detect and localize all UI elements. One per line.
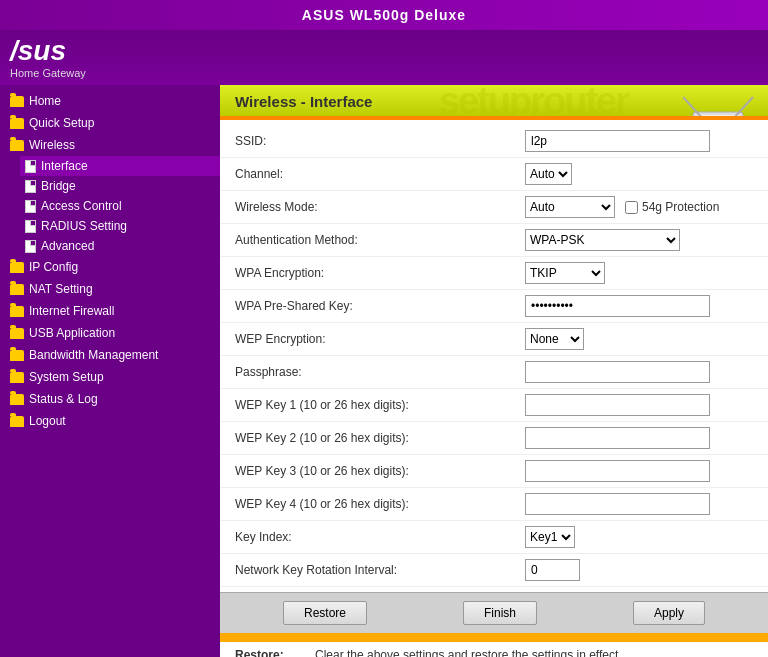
rotation-interval-row: Network Key Rotation Interval: <box>220 554 768 587</box>
sidebar-label-usb-application: USB Application <box>29 326 115 340</box>
sidebar-item-bridge[interactable]: Bridge <box>20 176 220 196</box>
wpa-encryption-label: WPA Encryption: <box>235 266 525 280</box>
wep-key1-row: WEP Key 1 (10 or 26 hex digits): <box>220 389 768 422</box>
sidebar-item-interface[interactable]: Interface <box>20 156 220 176</box>
wep-key2-input[interactable] <box>525 427 710 449</box>
wep-key1-label: WEP Key 1 (10 or 26 hex digits): <box>235 398 525 412</box>
key-index-row: Key Index: Key1Key2Key3Key4 <box>220 521 768 554</box>
page-icon <box>25 180 36 193</box>
sidebar-item-logout[interactable]: Logout <box>0 410 220 432</box>
sidebar-label-logout: Logout <box>29 414 66 428</box>
sidebar-label-nat-setting: NAT Setting <box>29 282 93 296</box>
restore-desc: Clear the above settings and restore the… <box>315 648 753 657</box>
wep-key4-input[interactable] <box>525 493 710 515</box>
wep-key4-label: WEP Key 4 (10 or 26 hex digits): <box>235 497 525 511</box>
rotation-interval-input[interactable] <box>525 559 580 581</box>
passphrase-input[interactable] <box>525 361 710 383</box>
form-area: SSID: Channel: Auto123 4567 891011 <box>220 120 768 592</box>
wireless-mode-select[interactable]: Autob onlyg onlyb+g <box>525 196 615 218</box>
sidebar-item-system-setup[interactable]: System Setup <box>0 366 220 388</box>
sidebar-item-status-log[interactable]: Status & Log <box>0 388 220 410</box>
ssid-row: SSID: <box>220 125 768 158</box>
sidebar-label-home: Home <box>29 94 61 108</box>
sidebar-item-radius-setting[interactable]: RADIUS Setting <box>20 216 220 236</box>
wep-key2-row: WEP Key 2 (10 or 26 hex digits): <box>220 422 768 455</box>
sidebar-item-ip-config[interactable]: IP Config <box>0 256 220 278</box>
wpa-preshared-input[interactable] <box>525 295 710 317</box>
auth-method-select[interactable]: Open SystemShared KeyWPA-PSK WPA2-PSKRad… <box>525 229 680 251</box>
wpa-preshared-control <box>525 295 753 317</box>
restore-button[interactable]: Restore <box>283 601 367 625</box>
sidebar-item-internet-firewall[interactable]: Internet Firewall <box>0 300 220 322</box>
sidebar: Home Quick Setup Wireless Interface Brid… <box>0 85 220 657</box>
wireless-mode-label: Wireless Mode: <box>235 200 525 214</box>
wep-key4-control <box>525 493 753 515</box>
sidebar-item-access-control[interactable]: Access Control <box>20 196 220 216</box>
sidebar-label-system-setup: System Setup <box>29 370 104 384</box>
sidebar-label-quick-setup: Quick Setup <box>29 116 94 130</box>
folder-icon <box>10 416 24 427</box>
watermark: setuprouter <box>439 85 628 116</box>
restore-term: Restore: <box>235 648 315 657</box>
sidebar-item-advanced[interactable]: Advanced <box>20 236 220 256</box>
key-index-select[interactable]: Key1Key2Key3Key4 <box>525 526 575 548</box>
apply-button[interactable]: Apply <box>633 601 705 625</box>
auth-method-label: Authentication Method: <box>235 233 525 247</box>
logo: /sus Home Gateway <box>10 37 86 79</box>
wep-encryption-control: None64-bit128-bit <box>525 328 753 350</box>
passphrase-label: Passphrase: <box>235 365 525 379</box>
folder-icon <box>10 394 24 405</box>
channel-row: Channel: Auto123 4567 891011 <box>220 158 768 191</box>
channel-select[interactable]: Auto123 4567 891011 <box>525 163 572 185</box>
wpa-encryption-select[interactable]: TKIPAESTKIP+AES <box>525 262 605 284</box>
buttons-area: Restore Finish Apply <box>220 592 768 633</box>
logo-area: /sus Home Gateway <box>0 30 768 85</box>
protection-text: 54g Protection <box>642 200 719 214</box>
wep-key3-row: WEP Key 3 (10 or 26 hex digits): <box>220 455 768 488</box>
sidebar-label-bridge: Bridge <box>41 179 76 193</box>
wpa-encryption-row: WPA Encryption: TKIPAESTKIP+AES <box>220 257 768 290</box>
rotation-interval-control <box>525 559 753 581</box>
sidebar-label-internet-firewall: Internet Firewall <box>29 304 114 318</box>
protection-label[interactable]: 54g Protection <box>625 200 719 214</box>
passphrase-row: Passphrase: <box>220 356 768 389</box>
sidebar-label-interface: Interface <box>41 159 88 173</box>
sidebar-item-usb-application[interactable]: USB Application <box>0 322 220 344</box>
sidebar-item-nat-setting[interactable]: NAT Setting <box>0 278 220 300</box>
page-icon <box>25 220 36 233</box>
key-index-label: Key Index: <box>235 530 525 544</box>
sidebar-item-home[interactable]: Home <box>0 90 220 112</box>
info-area: Restore: Clear the above settings and re… <box>220 639 768 657</box>
wep-encryption-select[interactable]: None64-bit128-bit <box>525 328 584 350</box>
sidebar-item-bandwidth-management[interactable]: Bandwidth Management <box>0 344 220 366</box>
top-banner: ASUS WL500g Deluxe <box>0 0 768 30</box>
wep-key1-input[interactable] <box>525 394 710 416</box>
channel-control: Auto123 4567 891011 <box>525 163 753 185</box>
folder-icon <box>10 350 24 361</box>
wpa-preshared-label: WPA Pre-Shared Key: <box>235 299 525 313</box>
page-icon <box>25 160 36 173</box>
sidebar-label-wireless: Wireless <box>29 138 75 152</box>
wpa-encryption-control: TKIPAESTKIP+AES <box>525 262 753 284</box>
wireless-submenu: Interface Bridge Access Control RADIUS S… <box>0 156 220 256</box>
sidebar-item-wireless[interactable]: Wireless <box>0 134 220 156</box>
sidebar-label-radius-setting: RADIUS Setting <box>41 219 127 233</box>
wep-key3-input[interactable] <box>525 460 710 482</box>
product-title: ASUS WL500g Deluxe <box>302 7 466 23</box>
sidebar-item-quick-setup[interactable]: Quick Setup <box>0 112 220 134</box>
folder-icon <box>10 328 24 339</box>
wep-key2-control <box>525 427 753 449</box>
ssid-input[interactable] <box>525 130 710 152</box>
protection-checkbox[interactable] <box>625 201 638 214</box>
wep-encryption-row: WEP Encryption: None64-bit128-bit <box>220 323 768 356</box>
home-gateway-label: Home Gateway <box>10 67 86 79</box>
finish-button[interactable]: Finish <box>463 601 537 625</box>
channel-label: Channel: <box>235 167 525 181</box>
auth-method-row: Authentication Method: Open SystemShared… <box>220 224 768 257</box>
wep-key4-row: WEP Key 4 (10 or 26 hex digits): <box>220 488 768 521</box>
wep-encryption-label: WEP Encryption: <box>235 332 525 346</box>
key-index-control: Key1Key2Key3Key4 <box>525 526 753 548</box>
content-area: Wireless - Interface setuprouter S <box>220 85 768 657</box>
content-title-bar: Wireless - Interface setuprouter <box>220 85 768 116</box>
sidebar-label-advanced: Advanced <box>41 239 94 253</box>
